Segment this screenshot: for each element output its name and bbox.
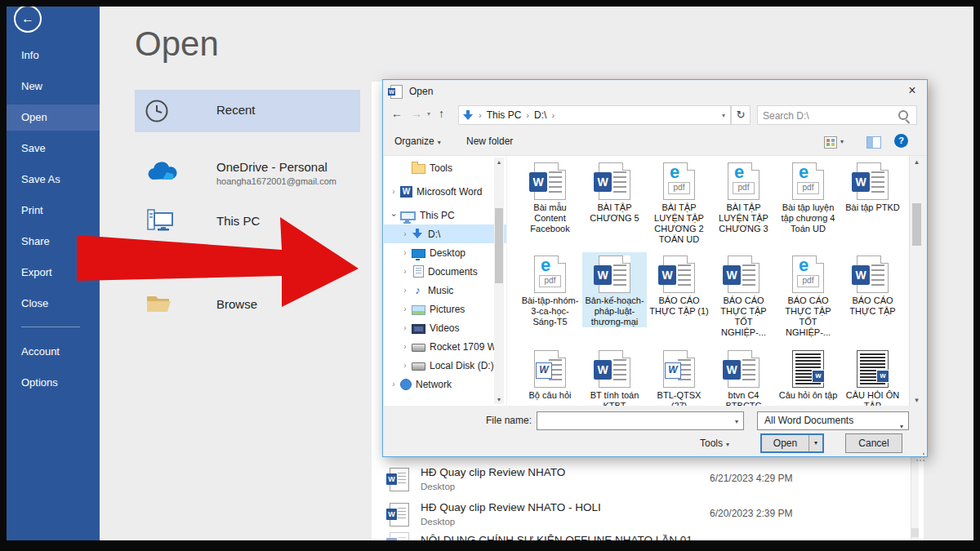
view-options-caret-icon[interactable]: ▾ (840, 138, 844, 145)
file-list-scrollbar[interactable]: ▴ ▾ (909, 156, 924, 406)
tree-item-pictures[interactable]: › Pictures (384, 300, 506, 318)
address-bar[interactable]: › This PC › D:\ › ▾ (458, 105, 731, 125)
tree-item-local-disk-d[interactable]: › Local Disk (D:) (384, 356, 506, 375)
word-file-icon (728, 256, 760, 293)
resize-grip[interactable] (923, 453, 924, 455)
sidebar-item-save[interactable]: Save (7, 136, 100, 162)
scroll-down-icon[interactable]: ▾ (910, 396, 924, 404)
file-tile[interactable]: BÁO CÁO THỰC TẬP TỐT NGHIỆP-... (776, 256, 840, 338)
file-tile[interactable]: Bài mẫu Content Facebook (518, 162, 582, 234)
search-input[interactable] (761, 107, 895, 125)
tree-item-rocket-drive[interactable]: › Rocket 1709 WS (384, 337, 506, 356)
expander-icon[interactable]: › (389, 380, 399, 389)
sidebar-item-options[interactable]: Options (7, 370, 100, 396)
file-tile[interactable]: Bài tập luyện tập chương 4 Toán UD (776, 162, 840, 234)
expander-icon[interactable]: › (400, 229, 410, 238)
recent-file-location: Desktop (421, 517, 455, 527)
open-split-caret-icon[interactable]: ▾ (808, 435, 822, 451)
expander-icon[interactable]: › (390, 211, 399, 220)
tools-button[interactable]: Tools▾ (700, 438, 729, 449)
new-folder-button[interactable]: New folder (466, 136, 513, 147)
sidebar-item-share[interactable]: Share (7, 229, 100, 255)
scroll-down-icon[interactable]: ▾ (494, 396, 504, 403)
file-tile[interactable]: BÀI TẬP LUYỆN TẬP CHƯƠNG 3 (711, 162, 776, 234)
nav-item-recent[interactable]: Recent (135, 90, 360, 132)
file-type-dropdown[interactable]: All Word Documents ▾ (757, 411, 909, 430)
nav-item-browse[interactable]: Browse (135, 286, 360, 323)
file-tile[interactable]: Bài tập PTKD (840, 162, 905, 213)
file-tile[interactable]: BÁO CÁO THỰC TẬP (840, 256, 905, 317)
combo-caret-icon[interactable]: ▾ (735, 418, 738, 425)
tree-scrollbar[interactable]: ▴ ▾ (494, 158, 504, 404)
address-dropdown-icon[interactable]: ▾ (722, 112, 730, 119)
file-tile[interactable]: CÂU HỎI ÔN TẬP (840, 350, 905, 406)
file-tile[interactable]: btvn C4 BTBCTC (711, 350, 776, 406)
organize-button[interactable]: Organize▾ (394, 136, 441, 147)
file-tile[interactable]: Bộ câu hỏi (518, 350, 582, 401)
sidebar-item-export[interactable]: Export (7, 260, 100, 286)
help-icon[interactable]: ? (894, 134, 908, 148)
scrollbar-thumb[interactable] (912, 203, 921, 246)
cancel-button[interactable]: Cancel (845, 433, 902, 453)
forward-nav-icon[interactable]: → (411, 107, 422, 120)
tree-item-music[interactable]: › Music (384, 281, 506, 300)
tree-item-documents[interactable]: › Documents (384, 262, 506, 281)
file-tile[interactable]: BTL-QTSX (27) (647, 350, 711, 406)
expander-icon[interactable]: › (400, 304, 410, 313)
preview-pane-icon[interactable] (866, 136, 881, 149)
tree-item-network[interactable]: › Network (384, 375, 506, 393)
file-name-combo[interactable]: ▾ (537, 411, 744, 430)
refresh-button[interactable]: ↻ (731, 105, 751, 125)
nav-item-this-pc[interactable]: This PC (135, 202, 360, 240)
sidebar-item-save-as[interactable]: Save As (7, 167, 100, 193)
tools-label: Tools (700, 438, 723, 449)
file-tile[interactable]: BÀI TẬP LUYỆN TẬP CHƯƠNG 2 TOÁN UD (647, 162, 711, 245)
breadcrumb-d-drive[interactable]: D:\ (534, 109, 546, 121)
file-tile[interactable]: BÁO CÁO THỰC TẬP TỐT NGHIỆP-... (711, 256, 776, 338)
search-box[interactable] (757, 105, 917, 125)
file-tile[interactable]: BT tính toán KTBT (582, 350, 647, 406)
file-tile-selected[interactable]: Bản-kế-hoạch-pháp-luật-thương-mại (582, 252, 647, 327)
expander-icon[interactable]: › (400, 267, 410, 276)
scroll-up-icon[interactable]: ▴ (494, 158, 504, 166)
file-tile[interactable]: Bài-tập-nhóm-3-ca-học-Sáng-T5 (518, 256, 582, 327)
file-tile[interactable]: Câu hỏi ôn tập (776, 350, 840, 401)
recent-file-row[interactable]: NỘI DUNG CHÍNH SỰ KIỆN OFFLINE NHATO LẦN… (383, 531, 904, 540)
sidebar-item-close[interactable]: Close (7, 291, 100, 317)
breadcrumb-this-pc[interactable]: This PC (487, 109, 522, 121)
change-view-icon[interactable] (824, 136, 837, 149)
tree-item-desktop[interactable]: › Desktop (384, 243, 506, 262)
tree-item-this-pc[interactable]: › This PC (384, 206, 506, 224)
close-icon[interactable]: × (898, 80, 927, 101)
sidebar-item-new[interactable]: New (7, 73, 100, 100)
expander-icon[interactable]: › (400, 342, 410, 351)
back-nav-icon[interactable]: ← (391, 107, 403, 120)
tree-item-tools[interactable]: › Tools (384, 158, 506, 177)
sidebar-item-print[interactable]: Print (7, 198, 100, 224)
up-nav-icon[interactable]: ↑ (439, 107, 444, 120)
expander-icon[interactable]: › (400, 286, 410, 295)
scrollbar-down-button[interactable] (911, 528, 919, 537)
expander-icon[interactable]: › (400, 248, 410, 257)
expander-icon[interactable]: › (400, 323, 410, 332)
file-tile[interactable]: BÀI TẬP CHƯƠNG 5 (582, 162, 647, 224)
back-button[interactable]: ← (14, 7, 42, 33)
nav-item-onedrive[interactable]: OneDrive - Personal hoangha1672001@gmail… (135, 150, 360, 191)
tree-label: Microsoft Word (416, 186, 482, 198)
open-button[interactable]: Open ▾ (760, 433, 824, 453)
tree-item-videos[interactable]: › Videos (384, 318, 506, 337)
sidebar-item-account[interactable]: Account (7, 339, 100, 365)
file-name-input[interactable] (540, 414, 727, 429)
file-tile[interactable]: BÁO CÁO THỰC TẬP (1) (647, 256, 711, 317)
expander-icon[interactable]: › (389, 187, 399, 196)
nav-history-caret-icon[interactable]: ▾ (427, 110, 430, 118)
sidebar-item-info[interactable]: Info (7, 42, 100, 69)
expander-icon[interactable]: › (400, 361, 410, 370)
scroll-up-icon[interactable]: ▴ (910, 158, 924, 166)
scrollbar-thumb[interactable] (495, 208, 503, 283)
recent-file-row[interactable]: HĐ Quay clip Review NHATO - HOLI Desktop… (383, 500, 904, 535)
tree-item-microsoft-word[interactable]: › Microsoft Word (384, 182, 506, 201)
recent-file-row[interactable]: HĐ Quay clip Review NHATO Desktop 6/21/2… (383, 465, 904, 500)
sidebar-item-open[interactable]: Open (7, 104, 100, 131)
tree-item-d-drive[interactable]: › D:\ (384, 224, 506, 243)
